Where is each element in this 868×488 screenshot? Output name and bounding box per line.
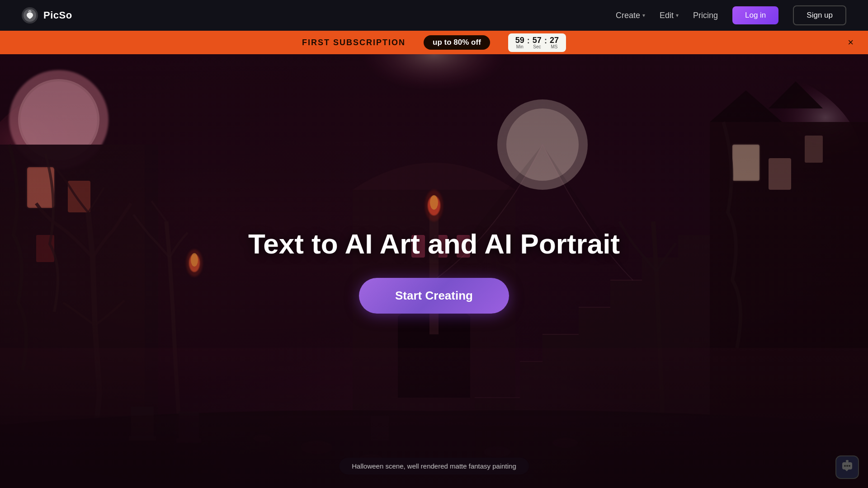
signup-button[interactable]: Sign up xyxy=(793,5,846,25)
svg-rect-57 xyxy=(846,460,849,462)
countdown-sec: 57 Sec xyxy=(533,36,542,49)
promo-badge[interactable]: up to 80% off xyxy=(424,35,490,50)
logo-text: PicSo xyxy=(43,9,72,21)
nav-links: Create ▾ Edit ▾ Pricing Log in Sign up xyxy=(616,5,846,25)
chatbot-icon xyxy=(841,460,854,475)
countdown-min: 59 Min xyxy=(515,36,524,49)
countdown-sep-1: : xyxy=(527,36,530,49)
countdown-ms: 27 MS xyxy=(550,36,559,49)
promo-banner: FIRST SUBSCRIPTION up to 80% off 59 Min … xyxy=(0,31,868,54)
login-button[interactable]: Log in xyxy=(732,6,778,24)
chatbot-button[interactable] xyxy=(835,455,859,479)
start-creating-button[interactable]: Start Creating xyxy=(359,278,509,314)
navbar: PicSo Create ▾ Edit ▾ Pricing Log in Sig… xyxy=(0,0,868,31)
svg-point-56 xyxy=(849,465,850,467)
promo-close-button[interactable]: × xyxy=(848,37,854,48)
svg-point-54 xyxy=(844,465,846,467)
nav-pricing[interactable]: Pricing xyxy=(693,11,718,20)
nav-create[interactable]: Create ▾ xyxy=(616,11,645,20)
hero-section: Text to AI Art and AI Portrait Start Cre… xyxy=(0,54,868,488)
promo-title: FIRST SUBSCRIPTION xyxy=(302,38,406,47)
countdown-sep-2: : xyxy=(544,36,547,49)
countdown-timer: 59 Min : 57 Sec : 27 MS xyxy=(508,33,566,52)
hero-title: Text to AI Art and AI Portrait xyxy=(248,229,620,259)
logo-area: PicSo xyxy=(22,7,72,23)
nav-edit[interactable]: Edit ▾ xyxy=(660,11,679,20)
svg-point-55 xyxy=(846,465,848,467)
hero-content: Text to AI Art and AI Portrait Start Cre… xyxy=(0,54,868,488)
logo-icon xyxy=(22,7,38,23)
image-caption: Halloween scene, well rendered matte fan… xyxy=(339,458,529,474)
chevron-down-icon: ▾ xyxy=(676,12,679,19)
chevron-down-icon: ▾ xyxy=(642,12,645,19)
